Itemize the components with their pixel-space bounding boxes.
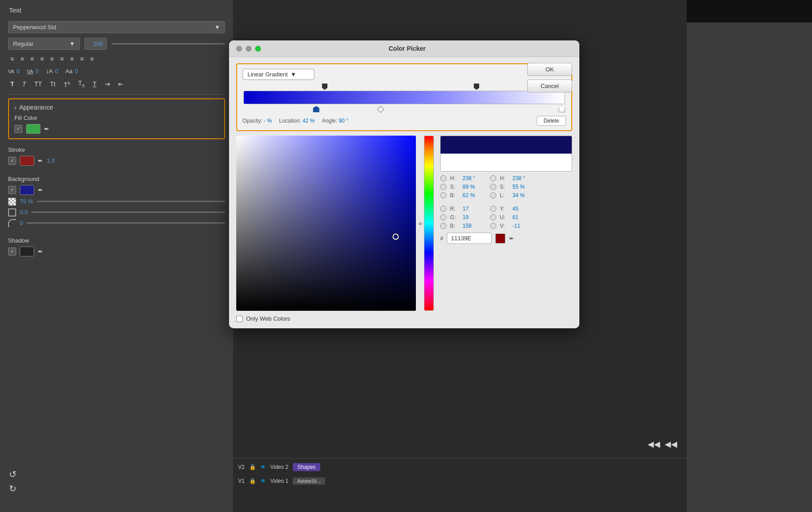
shadow-eyedropper[interactable]: ✒ (38, 248, 43, 255)
italic-btn[interactable]: T (20, 79, 29, 89)
align-btn7[interactable]: ≡ (68, 53, 76, 64)
fill-color-swatch[interactable] (26, 124, 40, 134)
align-right-btn[interactable]: ≡ (28, 53, 36, 64)
stroke-eyedropper[interactable]: ✒ (38, 157, 43, 164)
color-canvas[interactable] (236, 136, 416, 311)
appearance-header: › Appearance (14, 104, 219, 111)
indent-btn[interactable]: ⇥ (102, 79, 112, 89)
gradient-midpoint[interactable] (377, 106, 384, 113)
l-hsl-radio[interactable] (490, 192, 496, 199)
smallcaps-btn[interactable]: Tt (48, 79, 57, 89)
s-radio[interactable] (440, 184, 446, 190)
fill-color-row: ✓ ✒ (14, 124, 219, 134)
hsl-yuv-column: H: 238 ° S: 55 % L: 34 % (490, 175, 533, 229)
delete-btn[interactable]: Delete (537, 116, 566, 126)
g-radio[interactable] (440, 214, 446, 221)
hex-swatch[interactable] (495, 234, 505, 243)
font-size-input[interactable]: 100 (84, 38, 107, 50)
undo-btn[interactable]: ↺ (9, 469, 17, 480)
gradient-bottom-stop-1[interactable] (313, 106, 319, 112)
opacity-label: Opacity: - % (243, 118, 272, 124)
shadow-section: Shadow ✓ ✒ (0, 234, 233, 263)
hex-input[interactable] (447, 233, 492, 244)
kern-item: VA 0 (27, 68, 39, 75)
bg-checkbox[interactable]: ✓ (8, 186, 16, 194)
align-btn8[interactable]: ≡ (78, 53, 86, 64)
bold-btn[interactable]: T (8, 79, 17, 89)
sub-btn[interactable]: Ts (76, 78, 87, 89)
web-colors-checkbox[interactable] (236, 316, 243, 322)
hue-strip[interactable] (424, 136, 434, 311)
u-radio[interactable] (490, 214, 496, 221)
super-btn[interactable]: Ts (62, 78, 72, 90)
bg-rect-slider[interactable] (31, 212, 225, 213)
redo-btn[interactable]: ↻ (9, 483, 17, 494)
fill-eyedropper[interactable]: ✒ (44, 125, 49, 132)
y-radio[interactable] (490, 206, 496, 212)
bg-color-row: ✓ ✒ (8, 185, 225, 195)
section-title: Text (0, 0, 233, 18)
font-select[interactable]: Pepperwood Std ▼ (8, 21, 225, 33)
h-radio[interactable] (440, 175, 446, 181)
align-center-btn[interactable]: ≡ (18, 53, 26, 64)
fill-checkbox[interactable]: ✓ (14, 125, 22, 133)
ok-button[interactable]: OK (527, 63, 572, 76)
lead-item: ↕A 0 (46, 68, 58, 75)
h-hsl-label: H: (500, 175, 509, 181)
b-label: B: (450, 192, 459, 199)
gradient-info-row: Opacity: - % Location: 42 % Angle: 90 ° … (243, 116, 566, 126)
gradient-bottom-stop-2[interactable] (559, 106, 565, 112)
bg-eyedropper[interactable]: ✒ (38, 186, 43, 194)
video2-track: V2 🔒 👁 Video 2 Shapes (234, 459, 686, 476)
cancel-button[interactable]: Cancel (527, 79, 572, 93)
h-label: H: (450, 175, 459, 181)
brgb-label: B: (450, 223, 459, 229)
prev-frame-btn[interactable]: ◀◀ (648, 439, 660, 449)
align-btn5[interactable]: ≡ (48, 53, 56, 64)
left-panel: Text Pepperwood Std ▼ Regular ▼ 100 ≡ ≡ … (0, 0, 234, 512)
bg-corner-row: 0 (8, 219, 225, 227)
font-size-slider[interactable] (111, 43, 225, 44)
g-val: 19 (463, 214, 483, 221)
brgb-radio[interactable] (440, 223, 446, 229)
align-justify-btn[interactable]: ≡ (38, 53, 46, 64)
allcaps-btn[interactable]: TT (32, 79, 44, 89)
shadow-label: Shadow (8, 237, 225, 244)
r-radio[interactable] (440, 206, 446, 212)
appearance-chevron[interactable]: › (14, 104, 17, 111)
close-button[interactable] (236, 46, 242, 52)
dialog-title: Color Picker (242, 45, 572, 52)
align-btn9[interactable]: ≡ (88, 53, 96, 64)
b-val: 62 % (463, 192, 483, 199)
stroke-checkbox[interactable]: ✓ (8, 157, 16, 165)
expand-left-btn[interactable]: ‹ (419, 220, 421, 227)
r-val: 17 (463, 206, 483, 212)
h-hsl-row: H: 238 ° (490, 175, 533, 181)
bg-opacity-slider[interactable] (37, 201, 225, 202)
shadow-checkbox[interactable]: ✓ (8, 247, 16, 256)
stroke-label: Stroke (8, 146, 225, 153)
shadow-swatch[interactable] (20, 247, 34, 256)
y-yuv-row: Y: 45 (490, 206, 533, 212)
underline-btn[interactable]: T (90, 79, 99, 89)
gradient-type-select[interactable]: Linear Gradient ▼ (243, 69, 314, 80)
hex-eyedropper-btn[interactable]: ✒ (509, 235, 514, 242)
outdent-btn[interactable]: ⇤ (116, 79, 126, 89)
stroke-swatch[interactable] (20, 156, 34, 166)
b-radio[interactable] (440, 192, 446, 199)
r-rgb-row: R: 17 (440, 206, 483, 212)
align-btn6[interactable]: ≡ (58, 53, 66, 64)
bg-rect-val: 0.0 (20, 209, 28, 216)
align-left-btn[interactable]: ≡ (8, 53, 16, 64)
gradient-bar[interactable] (243, 91, 565, 104)
stop-marker-1[interactable] (322, 84, 327, 90)
stop-marker-2[interactable] (474, 84, 479, 90)
bg-corner-slider[interactable] (26, 222, 225, 224)
bg-swatch[interactable] (20, 185, 34, 195)
preview-new-color (441, 136, 572, 154)
v-radio[interactable] (490, 223, 496, 229)
s-hsl-radio[interactable] (490, 184, 496, 190)
style-select[interactable]: Regular ▼ (8, 38, 80, 50)
next-frame-btn[interactable]: ◀◀ (665, 439, 677, 449)
h-hsl-radio[interactable] (490, 175, 496, 181)
